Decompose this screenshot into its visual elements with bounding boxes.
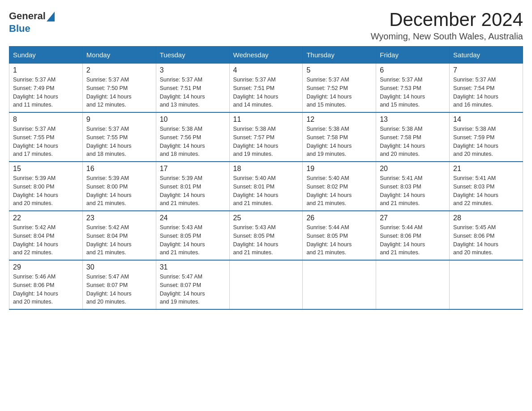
calendar-cell: 15 Sunrise: 5:39 AM Sunset: 8:00 PM Dayl… [9, 162, 83, 211]
calendar-cell: 5 Sunrise: 5:37 AM Sunset: 7:52 PM Dayli… [303, 64, 376, 113]
day-number: 27 [380, 214, 446, 222]
calendar-table: SundayMondayTuesdayWednesdayThursdayFrid… [9, 46, 523, 310]
day-number: 23 [86, 214, 152, 222]
calendar-header-friday: Friday [376, 47, 450, 64]
day-number: 9 [86, 116, 152, 124]
calendar-cell: 29 Sunrise: 5:46 AM Sunset: 8:06 PM Dayl… [9, 260, 83, 309]
day-info: Sunrise: 5:41 AM Sunset: 8:03 PM Dayligh… [380, 174, 446, 208]
day-info: Sunrise: 5:37 AM Sunset: 7:49 PM Dayligh… [13, 76, 79, 109]
day-info: Sunrise: 5:40 AM Sunset: 8:02 PM Dayligh… [306, 174, 372, 208]
calendar-cell: 30 Sunrise: 5:47 AM Sunset: 8:07 PM Dayl… [82, 260, 156, 309]
day-info: Sunrise: 5:42 AM Sunset: 8:04 PM Dayligh… [86, 223, 152, 257]
day-info: Sunrise: 5:37 AM Sunset: 7:55 PM Dayligh… [86, 125, 152, 158]
day-number: 22 [13, 214, 79, 222]
calendar-header-thursday: Thursday [303, 47, 376, 64]
day-info: Sunrise: 5:43 AM Sunset: 8:05 PM Dayligh… [233, 223, 299, 257]
day-number: 31 [160, 263, 226, 271]
day-number: 19 [306, 165, 372, 173]
calendar-cell: 24 Sunrise: 5:43 AM Sunset: 8:05 PM Dayl… [156, 211, 229, 260]
day-info: Sunrise: 5:38 AM Sunset: 7:58 PM Dayligh… [380, 125, 446, 158]
day-number: 24 [160, 214, 226, 222]
day-info: Sunrise: 5:38 AM Sunset: 7:56 PM Dayligh… [160, 125, 226, 158]
logo-blue-text: Blue [9, 23, 55, 34]
calendar-header-wednesday: Wednesday [229, 47, 303, 64]
calendar-cell: 25 Sunrise: 5:43 AM Sunset: 8:05 PM Dayl… [229, 211, 303, 260]
month-title: December 2024 [371, 9, 523, 30]
logo-triangle-icon [47, 12, 55, 21]
day-info: Sunrise: 5:39 AM Sunset: 8:01 PM Dayligh… [160, 174, 226, 208]
day-info: Sunrise: 5:37 AM Sunset: 7:53 PM Dayligh… [380, 76, 446, 109]
day-number: 7 [453, 66, 519, 74]
calendar-header-sunday: Sunday [9, 47, 83, 64]
calendar-cell: 4 Sunrise: 5:37 AM Sunset: 7:51 PM Dayli… [229, 64, 303, 113]
day-info: Sunrise: 5:47 AM Sunset: 8:07 PM Dayligh… [160, 273, 226, 306]
calendar-header-row: SundayMondayTuesdayWednesdayThursdayFrid… [9, 47, 523, 64]
day-info: Sunrise: 5:37 AM Sunset: 7:51 PM Dayligh… [160, 76, 226, 109]
day-number: 16 [86, 165, 152, 173]
day-number: 21 [453, 165, 519, 173]
calendar-cell: 23 Sunrise: 5:42 AM Sunset: 8:04 PM Dayl… [82, 211, 156, 260]
day-number: 28 [453, 214, 519, 222]
calendar-cell: 3 Sunrise: 5:37 AM Sunset: 7:51 PM Dayli… [156, 64, 229, 113]
calendar-cell: 8 Sunrise: 5:37 AM Sunset: 7:55 PM Dayli… [9, 112, 83, 162]
title-block: December 2024 Wyoming, New South Wales, … [371, 9, 523, 42]
day-info: Sunrise: 5:39 AM Sunset: 8:00 PM Dayligh… [13, 174, 79, 208]
day-number: 26 [306, 214, 372, 222]
location-subtitle: Wyoming, New South Wales, Australia [371, 31, 523, 42]
day-info: Sunrise: 5:37 AM Sunset: 7:55 PM Dayligh… [13, 125, 79, 158]
calendar-week-row: 22 Sunrise: 5:42 AM Sunset: 8:04 PM Dayl… [9, 211, 523, 260]
day-info: Sunrise: 5:37 AM Sunset: 7:51 PM Dayligh… [233, 76, 299, 109]
calendar-cell: 16 Sunrise: 5:39 AM Sunset: 8:00 PM Dayl… [82, 162, 156, 211]
calendar-cell: 14 Sunrise: 5:38 AM Sunset: 7:59 PM Dayl… [450, 112, 523, 162]
calendar-cell: 13 Sunrise: 5:38 AM Sunset: 7:58 PM Dayl… [376, 112, 450, 162]
day-info: Sunrise: 5:38 AM Sunset: 7:59 PM Dayligh… [453, 125, 519, 158]
day-number: 14 [453, 116, 519, 124]
page-header: General Blue December 2024 Wyoming, New … [9, 9, 523, 42]
day-info: Sunrise: 5:39 AM Sunset: 8:00 PM Dayligh… [86, 174, 152, 208]
day-number: 8 [13, 116, 79, 124]
calendar-cell: 1 Sunrise: 5:37 AM Sunset: 7:49 PM Dayli… [9, 64, 83, 113]
day-info: Sunrise: 5:37 AM Sunset: 7:52 PM Dayligh… [306, 76, 372, 109]
day-info: Sunrise: 5:40 AM Sunset: 8:01 PM Dayligh… [233, 174, 299, 208]
calendar-week-row: 8 Sunrise: 5:37 AM Sunset: 7:55 PM Dayli… [9, 112, 523, 162]
day-number: 17 [160, 165, 226, 173]
calendar-cell: 10 Sunrise: 5:38 AM Sunset: 7:56 PM Dayl… [156, 112, 229, 162]
calendar-cell: 9 Sunrise: 5:37 AM Sunset: 7:55 PM Dayli… [82, 112, 156, 162]
day-info: Sunrise: 5:42 AM Sunset: 8:04 PM Dayligh… [13, 223, 79, 257]
day-info: Sunrise: 5:45 AM Sunset: 8:06 PM Dayligh… [453, 223, 519, 257]
day-number: 15 [13, 165, 79, 173]
calendar-cell: 19 Sunrise: 5:40 AM Sunset: 8:02 PM Dayl… [303, 162, 376, 211]
calendar-week-row: 29 Sunrise: 5:46 AM Sunset: 8:06 PM Dayl… [9, 260, 523, 309]
calendar-cell: 28 Sunrise: 5:45 AM Sunset: 8:06 PM Dayl… [450, 211, 523, 260]
day-info: Sunrise: 5:47 AM Sunset: 8:07 PM Dayligh… [86, 273, 152, 306]
day-info: Sunrise: 5:38 AM Sunset: 7:58 PM Dayligh… [306, 125, 372, 158]
calendar-cell: 2 Sunrise: 5:37 AM Sunset: 7:50 PM Dayli… [82, 64, 156, 113]
calendar-cell [376, 260, 450, 309]
calendar-week-row: 1 Sunrise: 5:37 AM Sunset: 7:49 PM Dayli… [9, 64, 523, 113]
calendar-header-tuesday: Tuesday [156, 47, 229, 64]
calendar-cell: 21 Sunrise: 5:41 AM Sunset: 8:03 PM Dayl… [450, 162, 523, 211]
calendar-cell: 18 Sunrise: 5:40 AM Sunset: 8:01 PM Dayl… [229, 162, 303, 211]
day-number: 10 [160, 116, 226, 124]
day-number: 13 [380, 116, 446, 124]
logo: General Blue [9, 9, 55, 34]
calendar-cell: 11 Sunrise: 5:38 AM Sunset: 7:57 PM Dayl… [229, 112, 303, 162]
day-number: 6 [380, 66, 446, 74]
day-info: Sunrise: 5:41 AM Sunset: 8:03 PM Dayligh… [453, 174, 519, 208]
calendar-cell: 17 Sunrise: 5:39 AM Sunset: 8:01 PM Dayl… [156, 162, 229, 211]
calendar-cell [450, 260, 523, 309]
day-number: 4 [233, 66, 299, 74]
day-number: 18 [233, 165, 299, 173]
calendar-cell: 26 Sunrise: 5:44 AM Sunset: 8:05 PM Dayl… [303, 211, 376, 260]
calendar-header-saturday: Saturday [450, 47, 523, 64]
calendar-cell [303, 260, 376, 309]
calendar-cell: 7 Sunrise: 5:37 AM Sunset: 7:54 PM Dayli… [450, 64, 523, 113]
calendar-cell: 27 Sunrise: 5:44 AM Sunset: 8:06 PM Dayl… [376, 211, 450, 260]
calendar-cell: 22 Sunrise: 5:42 AM Sunset: 8:04 PM Dayl… [9, 211, 83, 260]
calendar-cell: 6 Sunrise: 5:37 AM Sunset: 7:53 PM Dayli… [376, 64, 450, 113]
day-info: Sunrise: 5:38 AM Sunset: 7:57 PM Dayligh… [233, 125, 299, 158]
logo-general-text: General [9, 11, 46, 21]
calendar-week-row: 15 Sunrise: 5:39 AM Sunset: 8:00 PM Dayl… [9, 162, 523, 211]
day-info: Sunrise: 5:44 AM Sunset: 8:06 PM Dayligh… [380, 223, 446, 257]
calendar-cell: 31 Sunrise: 5:47 AM Sunset: 8:07 PM Dayl… [156, 260, 229, 309]
